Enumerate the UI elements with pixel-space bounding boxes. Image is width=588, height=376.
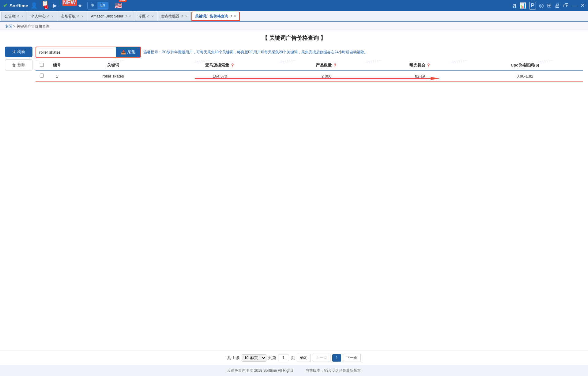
footer: 反盗免责声明 © 2018 Sorftime All Rights 当前版本：V… — [0, 365, 588, 376]
page-confirm-button[interactable]: 确定 — [297, 354, 311, 362]
row-num-cell: 1 — [48, 71, 66, 81]
tab-personal-close[interactable]: ✕ — [51, 15, 54, 18]
refresh-icon: ↺ — [12, 50, 16, 54]
tab-zone-label: 专区 — [138, 14, 146, 19]
close-icon[interactable]: ✕ — [580, 2, 585, 9]
pulse-icon[interactable]: ◎ — [539, 2, 544, 9]
breadcrumb-zone-link[interactable]: 专区 — [5, 24, 12, 28]
exposure-help-icon[interactable]: ❓ — [426, 63, 431, 67]
tabbar: 公告栏 ↺ ✕ 个人中心 ↺ ✕ 市场看板 ↺ ✕ Amazon Best Se… — [0, 11, 588, 22]
table-wrapper: ⊙ Sorftime⊙ Sorftime⊙ Sorftime⊙ Sorftime… — [36, 60, 583, 82]
parking-icon[interactable]: P — [529, 2, 536, 9]
tab-zone-refresh[interactable]: ↺ — [147, 15, 149, 18]
per-page-select[interactable]: 10 条/页 20 条/页 50 条/页 100 条/页 — [242, 354, 266, 362]
row-keyword-cell: roller skates — [66, 71, 160, 81]
hint-text: 温馨提示：PC软件年费版用户，可每天采集10个关键词，终身版PC用户可每天采集2… — [143, 50, 368, 55]
tab-keyword[interactable]: 关键词广告价格查询 ↺ ✕ — [191, 12, 240, 21]
tab-bulletin-refresh[interactable]: ↺ — [17, 15, 19, 18]
total-count-label: 共 1 条 — [227, 355, 239, 361]
tab-market-refresh[interactable]: ↺ — [77, 15, 79, 18]
table-header-row: 编号 关键词 亚马逊搜索量 ❓ 产品数量 ❓ — [36, 60, 583, 71]
nav-icons: 👤 📋 0 ▶ NEW ★ — [31, 0, 82, 11]
play-icon[interactable]: ▶ NEW — [53, 2, 73, 9]
tab-bestseller[interactable]: Amazon Best Seller ↺ ✕ — [88, 12, 134, 21]
col-header-keyword: 关键词 — [66, 60, 160, 71]
row-checkbox[interactable] — [40, 74, 44, 78]
page-goto-input[interactable] — [278, 355, 289, 361]
version-text: 当前版本：V3.0.0.0 已是最新版本 — [306, 368, 361, 373]
page-suffix-label: 页 — [291, 355, 295, 361]
tab-keyword-close[interactable]: ✕ — [234, 15, 236, 18]
col-header-cpc: Cpc价格区间($) — [467, 60, 583, 71]
tab-market[interactable]: 市场看板 ↺ ✕ — [58, 12, 87, 21]
app-logo: ✔ Sorftime — [3, 2, 28, 9]
collect-label: 采集 — [127, 49, 135, 55]
grid-icon[interactable]: ⊞ — [547, 2, 552, 9]
minimize-icon[interactable]: — — [572, 2, 577, 9]
search-vol-help-icon[interactable]: ❓ — [230, 63, 235, 67]
tab-bestseller-refresh[interactable]: ↺ — [124, 15, 127, 18]
content-area: 📥 采集 温馨提示：PC软件年费版用户，可每天采集10个关键词，终身版PC用户可… — [36, 47, 583, 82]
breadcrumb-separator: > — [13, 24, 16, 28]
search-input-wrapper: 📥 采集 — [36, 47, 141, 58]
logo-check-icon: ✔ — [3, 2, 8, 9]
main-content: ↺ 刷新 🗑 删除 📥 采集 温馨提示：PC软件年费版用户，可每天采集10个关键… — [0, 44, 588, 85]
delete-icon: 🗑 — [12, 63, 16, 67]
restore-icon[interactable]: 🗗 — [563, 2, 569, 9]
titlebar: ✔ Sorftime 👤 📋 0 ▶ NEW ★ 中 En 🇺🇸 NEW a 📊… — [0, 0, 588, 11]
red-underline-arrow — [195, 75, 440, 82]
tab-keyword-refresh[interactable]: ↺ — [229, 15, 232, 18]
sidebar: ↺ 刷新 🗑 删除 — [5, 47, 32, 82]
clipboard-badge: 0 — [44, 5, 48, 9]
collect-icon: 📥 — [121, 50, 126, 55]
lang-en-button[interactable]: En — [97, 2, 108, 9]
print-icon[interactable]: 🖨 — [555, 2, 560, 9]
tab-keyword-label: 关键词广告价格查询 — [195, 14, 228, 19]
tab-personal-refresh[interactable]: ↺ — [47, 15, 49, 18]
select-all-checkbox[interactable] — [40, 63, 44, 67]
tab-bulletin-label: 公告栏 — [5, 14, 16, 19]
tab-zone[interactable]: 专区 ↺ ✕ — [135, 12, 157, 21]
col-header-num: 编号 — [48, 60, 66, 71]
goto-label: 到第 — [268, 355, 276, 361]
next-page-button[interactable]: 下一页 — [343, 354, 361, 362]
right-icons: a 📊 P ◎ ⊞ 🖨 🗗 — ✕ — [513, 2, 585, 9]
tab-market-close[interactable]: ✕ — [81, 15, 84, 18]
tab-personal[interactable]: 个人中心 ↺ ✕ — [28, 12, 57, 21]
tab-market-label: 市场看板 — [61, 14, 76, 19]
prev-page-button[interactable]: 上一页 — [313, 354, 330, 362]
play-new-badge: NEW — [62, 0, 77, 6]
product-count-help-icon[interactable]: ❓ — [333, 63, 337, 67]
lang-zh-button[interactable]: 中 — [88, 2, 97, 9]
collect-button[interactable]: 📥 采集 — [116, 47, 140, 57]
amazon-icon[interactable]: a — [513, 2, 516, 9]
delete-button[interactable]: 🗑 删除 — [5, 59, 32, 70]
tab-hotspot-close[interactable]: ✕ — [185, 15, 187, 18]
tab-hotspot-refresh[interactable]: ↺ — [181, 15, 183, 18]
pagination: 共 1 条 10 条/页 20 条/页 50 条/页 100 条/页 到第 页 … — [0, 350, 588, 365]
flag-icon[interactable]: 🇺🇸 NEW — [115, 2, 122, 9]
row-checkbox-cell — [36, 71, 48, 81]
tab-zone-close[interactable]: ✕ — [151, 15, 154, 18]
flag-new-badge: NEW — [119, 0, 126, 2]
search-bar: 📥 采集 温馨提示：PC软件年费版用户，可每天采集10个关键词，终身版PC用户可… — [36, 47, 583, 58]
app-name: Sorftime — [9, 3, 28, 8]
tab-bestseller-label: Amazon Best Seller — [91, 14, 123, 18]
page-title: 【 关键词广告价格查询 】 — [0, 31, 588, 44]
clipboard-icon[interactable]: 📋 0 — [42, 0, 48, 11]
copyright-text: 反盗免责声明 © 2018 Sorftime All Rights — [227, 368, 293, 373]
tab-hotspot[interactable]: 卖点挖掘器 ↺ ✕ — [158, 12, 191, 21]
bar-chart-icon[interactable]: 📊 — [519, 2, 526, 9]
tab-bestseller-close[interactable]: ✕ — [129, 15, 131, 18]
tab-bulletin[interactable]: 公告栏 ↺ ✕ — [1, 12, 27, 21]
svg-marker-1 — [431, 77, 440, 80]
tab-hotspot-label: 卖点挖掘器 — [161, 14, 179, 19]
user-icon[interactable]: 👤 — [31, 2, 37, 9]
refresh-button[interactable]: ↺ 刷新 — [5, 47, 32, 57]
lang-switcher[interactable]: 中 En — [87, 2, 108, 9]
keyword-search-input[interactable] — [36, 48, 116, 56]
tab-bulletin-close[interactable]: ✕ — [21, 15, 24, 18]
star-icon[interactable]: ★ — [77, 2, 82, 9]
page-1-button[interactable]: 1 — [332, 354, 341, 362]
delete-label: 删除 — [17, 62, 25, 68]
